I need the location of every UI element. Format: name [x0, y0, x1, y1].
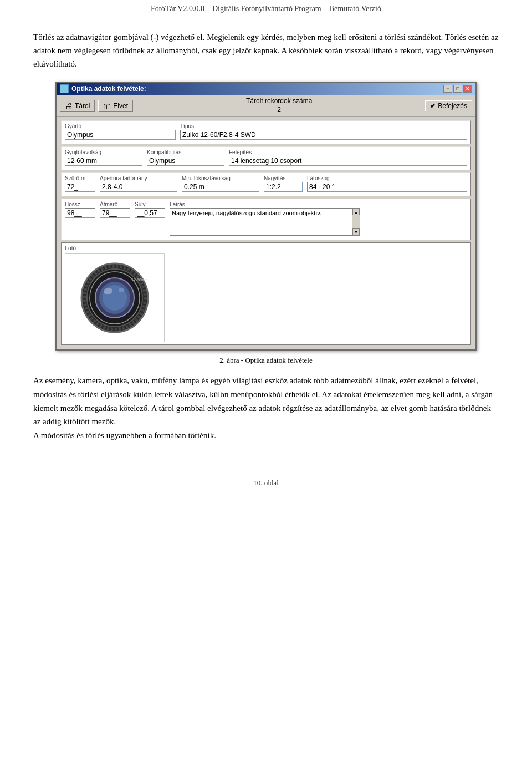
titlebar-buttons: − □ ✕	[443, 85, 472, 93]
dialog-box: Optika adatok felvétele: − □ ✕	[55, 82, 477, 351]
atmero-input[interactable]	[100, 208, 130, 218]
tipus-group: Típus	[180, 123, 467, 140]
szuro-input[interactable]	[65, 182, 95, 192]
gyujto-label: Gyujtótávolság	[65, 149, 142, 155]
intro-paragraph: Törlés az adatnavigátor gombjával (-) vé…	[33, 31, 499, 70]
discard-label: Elvet	[113, 102, 128, 110]
tipus-input[interactable]	[180, 130, 467, 140]
atmero-group: Átmérő	[100, 201, 130, 236]
page-header: FotóTár V2.0.0.0 – Digitális Fotónyilván…	[0, 0, 532, 17]
apertura-label: Apertura tartomány	[100, 175, 177, 181]
apertura-group: Apertura tartomány	[100, 175, 177, 192]
body-paragraph: Az esemény, kamera, optika, vaku, műfény…	[33, 374, 499, 429]
form-section-2: Gyujtótávolság Kompatibilitás Felépítés	[61, 146, 471, 170]
nagyitas-group: Nagyítás	[264, 175, 303, 192]
felepites-input[interactable]	[229, 156, 467, 166]
finish-button[interactable]: ✔ Befejezés	[425, 100, 472, 111]
finish-label: Befejezés	[438, 102, 467, 110]
lens-image: 12-60mm	[70, 259, 159, 337]
photo-section: Fotó	[61, 242, 471, 345]
suly-label: Súly	[135, 201, 165, 207]
latoszog-label: Látószög	[307, 175, 467, 181]
gyujto-group: Gyujtótávolság	[65, 149, 142, 166]
tipus-label: Típus	[180, 123, 467, 129]
dialog-title: Optika adatok felvétele:	[71, 85, 146, 93]
body-paragraph-2: A módosítás és törlés ugyanebben a formá…	[33, 429, 499, 443]
intro-text-1: Törlés az adatnavigátor gombjával (-) vé…	[33, 33, 498, 68]
gyarto-group: Gyártó	[65, 123, 176, 140]
svg-text:12-60mm: 12-60mm	[131, 278, 148, 282]
minimize-button[interactable]: −	[443, 85, 452, 93]
hossz-group: Hossz	[65, 201, 95, 236]
body-text: Az esemény, kamera, optika, vaku, műfény…	[33, 374, 499, 443]
photo-area: 12-60mm	[65, 253, 165, 342]
suly-group: Súly	[135, 201, 165, 236]
dialog-toolbar: 🖨 Tárol 🗑 Elvet Tárolt rekordok száma 2 …	[57, 95, 475, 117]
store-icon: 🖨	[65, 101, 73, 110]
discard-button[interactable]: 🗑 Elvet	[98, 100, 133, 112]
field-row-4: Hossz Átmérő Súly Leírás	[65, 201, 467, 236]
hossz-input[interactable]	[65, 208, 95, 218]
latoszog-group: Látószög	[307, 175, 467, 192]
page-footer: 10. oldal	[0, 473, 532, 493]
suly-input[interactable]	[135, 208, 165, 218]
foto-label: Fotó	[65, 245, 467, 251]
felepites-label: Felépítés	[229, 149, 467, 155]
szuro-label: Szűrő m.	[65, 175, 95, 181]
header-title: FotóTár V2.0.0.0 – Digitális Fotónyilván…	[151, 4, 381, 13]
form-section-3: Szűrő m. Apertura tartomány Min. fókuszt…	[61, 172, 471, 196]
field-row-3: Szűrő m. Apertura tartomány Min. fókuszt…	[65, 175, 467, 192]
min-fokusz-group: Min. fókusztávolság	[182, 175, 259, 192]
svg-point-12	[119, 288, 124, 292]
kompatibilitias-group: Kompatibilitás	[147, 149, 224, 166]
szuro-group: Szűrő m.	[65, 175, 95, 192]
record-count-value: 2	[136, 106, 422, 115]
record-count-area: Tárolt rekordok száma 2	[136, 97, 422, 114]
form-section-4: Hossz Átmérő Súly Leírás	[61, 199, 471, 240]
scroll-down-arrow[interactable]: ▼	[352, 228, 360, 235]
nagyitas-label: Nagyítás	[264, 175, 303, 181]
leiras-textarea[interactable]	[170, 208, 352, 236]
page-number: 10. oldal	[253, 479, 279, 487]
gyujto-input[interactable]	[65, 156, 142, 166]
leiras-group: Leírás ▲ ▼	[170, 201, 467, 236]
min-fokusz-label: Min. fókusztávolság	[182, 175, 259, 181]
form-section-1: Gyártó Típus	[61, 120, 471, 144]
record-count-label: Tárolt rekordok száma	[136, 97, 422, 106]
store-button[interactable]: 🖨 Tárol	[60, 100, 95, 112]
latoszog-input[interactable]	[307, 182, 467, 192]
hossz-label: Hossz	[65, 201, 95, 207]
description-area: ▲ ▼	[170, 208, 467, 236]
field-row-1: Gyártó Típus	[65, 123, 467, 140]
atmero-label: Átmérő	[100, 201, 130, 207]
nagyitas-input[interactable]	[264, 182, 303, 192]
gyarto-input[interactable]	[65, 130, 176, 140]
kompatibilitias-label: Kompatibilitás	[147, 149, 224, 155]
dialog-body: Gyártó Típus Gyujtótávolság	[57, 117, 475, 349]
scroll-up-arrow[interactable]: ▲	[352, 209, 360, 215]
felepites-group: Felépítés	[229, 149, 467, 166]
caption-text: 2. ábra - Optika adatok felvétele	[219, 356, 312, 364]
kompatibilitias-input[interactable]	[147, 156, 224, 166]
figure-caption: 2. ábra - Optika adatok felvétele	[33, 356, 499, 365]
apertura-input[interactable]	[100, 182, 177, 192]
leiras-label: Leírás	[170, 201, 467, 207]
close-button[interactable]: ✕	[463, 85, 472, 93]
checkmark-icon: ✔	[430, 102, 436, 110]
field-row-2: Gyujtótávolság Kompatibilitás Felépítés	[65, 149, 467, 166]
discard-icon: 🗑	[103, 101, 111, 110]
scrollbar[interactable]: ▲ ▼	[352, 208, 360, 236]
dialog-wrapper: Optika adatok felvétele: − □ ✕	[33, 82, 499, 351]
store-label: Tárol	[75, 102, 90, 110]
titlebar-left: Optika adatok felvétele:	[60, 84, 146, 93]
dialog-icon	[60, 84, 69, 93]
gyarto-label: Gyártó	[65, 123, 176, 129]
main-content: Törlés az adatnavigátor gombjával (-) vé…	[0, 17, 532, 456]
min-fokusz-input[interactable]	[182, 182, 259, 192]
dialog-titlebar: Optika adatok felvétele: − □ ✕	[57, 83, 475, 95]
maximize-button[interactable]: □	[453, 85, 462, 93]
